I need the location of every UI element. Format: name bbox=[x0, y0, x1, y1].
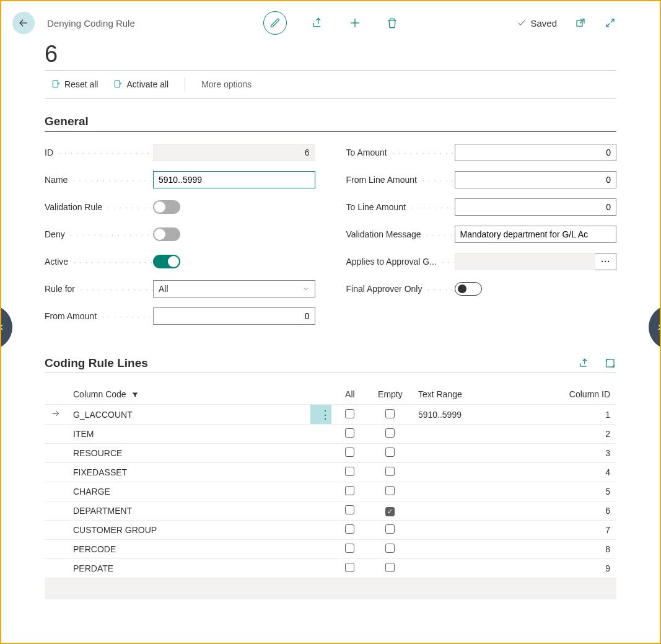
cell-empty[interactable] bbox=[369, 463, 412, 482]
row-selector[interactable] bbox=[45, 521, 67, 540]
cell-all[interactable] bbox=[331, 521, 369, 540]
new-button[interactable] bbox=[349, 17, 361, 29]
rule-for-select[interactable]: All bbox=[153, 280, 315, 298]
checkbox-empty[interactable] bbox=[385, 428, 395, 438]
table-row[interactable]: CHARGE5 bbox=[45, 482, 616, 501]
checkbox-all[interactable] bbox=[345, 524, 354, 534]
cell-column-code[interactable]: ITEM bbox=[67, 425, 310, 444]
row-selector[interactable] bbox=[45, 444, 67, 463]
cell-all[interactable] bbox=[331, 559, 369, 578]
cell-empty[interactable] bbox=[369, 521, 412, 540]
table-row[interactable]: RESOURCE3 bbox=[45, 444, 616, 463]
checkbox-all[interactable] bbox=[345, 428, 354, 438]
cell-column-code[interactable]: CHARGE bbox=[67, 482, 310, 501]
row-menu-button[interactable] bbox=[310, 463, 331, 482]
table-row[interactable]: DEPARTMENT6 bbox=[45, 501, 616, 521]
cell-column-code[interactable]: RESOURCE bbox=[67, 444, 310, 463]
table-row[interactable]: G_LACCOUNT5910..59991 bbox=[45, 405, 616, 425]
checkbox-all[interactable] bbox=[345, 544, 354, 553]
checkbox-all[interactable] bbox=[345, 486, 354, 495]
delete-button[interactable] bbox=[386, 17, 398, 29]
cell-text-range[interactable] bbox=[412, 444, 554, 463]
table-row[interactable]: FIXEDASSET4 bbox=[45, 463, 616, 482]
cell-column-code[interactable]: PERCODE bbox=[67, 540, 310, 559]
table-row[interactable]: CUSTOMER GROUP7 bbox=[45, 521, 616, 540]
row-selector[interactable] bbox=[45, 559, 67, 578]
row-menu-button[interactable] bbox=[310, 501, 331, 521]
checkbox-empty[interactable] bbox=[385, 563, 395, 572]
cell-empty[interactable] bbox=[369, 444, 412, 463]
cell-all[interactable] bbox=[331, 540, 369, 559]
cell-text-range[interactable] bbox=[412, 482, 554, 501]
checkbox-empty[interactable] bbox=[385, 507, 395, 516]
lines-expand-button[interactable] bbox=[604, 357, 616, 369]
cell-empty[interactable] bbox=[369, 482, 412, 501]
row-selector[interactable] bbox=[45, 501, 67, 521]
checkbox-empty[interactable] bbox=[385, 448, 395, 457]
checkbox-all[interactable] bbox=[345, 563, 354, 572]
table-row[interactable]: PERCODE8 bbox=[45, 540, 616, 559]
col-column-code[interactable]: Column Code bbox=[67, 384, 310, 405]
back-button[interactable] bbox=[12, 12, 35, 34]
row-selector[interactable] bbox=[45, 540, 67, 559]
final-approver-toggle[interactable] bbox=[455, 282, 482, 296]
row-menu-button[interactable] bbox=[310, 444, 331, 463]
share-button[interactable] bbox=[312, 17, 324, 29]
cell-empty[interactable] bbox=[369, 405, 412, 425]
checkbox-all[interactable] bbox=[345, 409, 354, 418]
table-row[interactable]: ITEM2 bbox=[45, 425, 616, 444]
expand-button[interactable] bbox=[604, 17, 616, 29]
row-menu-button[interactable] bbox=[310, 405, 331, 425]
applies-to-group-lookup-button[interactable]: ··· bbox=[595, 253, 616, 270]
col-empty[interactable]: Empty bbox=[369, 384, 412, 405]
col-text-range[interactable]: Text Range bbox=[412, 384, 554, 405]
row-menu-button[interactable] bbox=[310, 482, 331, 501]
row-menu-button[interactable] bbox=[310, 540, 331, 559]
checkbox-empty[interactable] bbox=[385, 409, 395, 418]
row-selector[interactable] bbox=[45, 463, 67, 482]
validation-message-field[interactable] bbox=[455, 226, 617, 243]
edit-button[interactable] bbox=[263, 11, 287, 35]
cell-column-code[interactable]: DEPARTMENT bbox=[67, 501, 310, 521]
checkbox-empty[interactable] bbox=[385, 524, 395, 534]
active-toggle[interactable] bbox=[153, 255, 180, 268]
from-line-amount-field[interactable] bbox=[455, 171, 617, 188]
cell-text-range[interactable]: 5910..5999 bbox=[412, 405, 554, 425]
table-row[interactable]: PERDATE9 bbox=[45, 559, 616, 578]
cell-text-range[interactable] bbox=[412, 463, 554, 482]
validation-rule-toggle[interactable] bbox=[153, 200, 180, 214]
cell-empty[interactable] bbox=[369, 501, 412, 521]
checkbox-all[interactable] bbox=[345, 467, 354, 476]
from-amount-field[interactable] bbox=[153, 307, 315, 325]
cell-text-range[interactable] bbox=[412, 540, 554, 559]
cell-all[interactable] bbox=[331, 405, 369, 425]
cell-column-code[interactable]: CUSTOMER GROUP bbox=[67, 521, 310, 540]
row-menu-button[interactable] bbox=[310, 559, 331, 578]
to-line-amount-field[interactable] bbox=[455, 198, 617, 216]
cell-text-range[interactable] bbox=[412, 425, 554, 444]
checkbox-empty[interactable] bbox=[385, 467, 395, 476]
cell-empty[interactable] bbox=[369, 559, 412, 578]
cell-column-code[interactable]: FIXEDASSET bbox=[67, 463, 310, 482]
checkbox-empty[interactable] bbox=[385, 544, 395, 553]
row-selector[interactable] bbox=[45, 405, 67, 425]
to-amount-field[interactable] bbox=[455, 144, 617, 161]
cell-all[interactable] bbox=[331, 444, 369, 463]
cell-all[interactable] bbox=[331, 501, 369, 521]
more-options-button[interactable]: More options bbox=[198, 77, 255, 92]
cell-empty[interactable] bbox=[369, 425, 412, 444]
row-selector[interactable] bbox=[45, 482, 67, 501]
cell-text-range[interactable] bbox=[412, 559, 554, 578]
deny-toggle[interactable] bbox=[153, 227, 180, 241]
checkbox-all[interactable] bbox=[345, 448, 354, 457]
reset-all-button[interactable]: Reset all bbox=[47, 77, 102, 92]
activate-all-button[interactable]: Activate all bbox=[109, 77, 172, 92]
cell-text-range[interactable] bbox=[412, 501, 554, 521]
cell-all[interactable] bbox=[331, 425, 369, 444]
cell-all[interactable] bbox=[331, 463, 369, 482]
lines-share-button[interactable] bbox=[578, 357, 590, 369]
cell-empty[interactable] bbox=[369, 540, 412, 559]
row-menu-button[interactable] bbox=[310, 425, 331, 444]
applies-to-group-field[interactable] bbox=[455, 253, 596, 270]
cell-text-range[interactable] bbox=[412, 521, 554, 540]
